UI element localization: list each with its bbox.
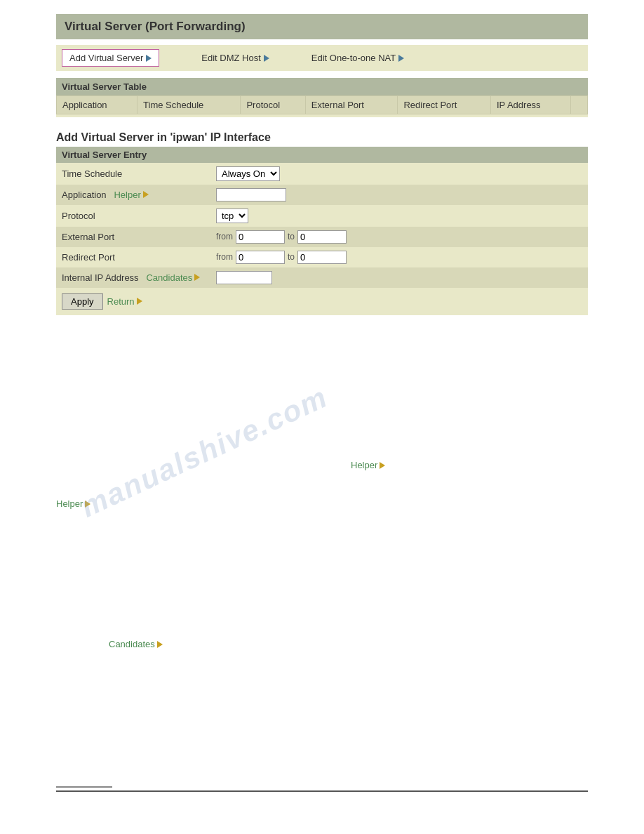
application-label-cell: Application Helper [56,185,210,205]
application-input-cell [210,185,588,205]
internal-ip-value-cell [210,267,588,288]
row-internal-ip: Internal IP Address Candidates [56,267,588,288]
add-virtual-server-label: Add Virtual Server [69,53,143,63]
time-schedule-label: Time Schedule [56,163,210,185]
col-application: Application [57,96,137,114]
protocol-value-cell: tcp [210,205,588,227]
row-redirect-port: Redirect Port from to [56,247,588,267]
bottom-lines [56,786,588,792]
external-port-from-input[interactable] [236,230,285,244]
return-arrow-icon [137,298,142,305]
redirect-port-value-cell: from to [210,247,588,267]
external-from-label: from [216,232,233,241]
row-external-port: External Port from to [56,227,588,247]
internal-ip-input[interactable] [216,271,272,284]
candidates-link[interactable]: Candidates [146,272,200,283]
floating-helper-arrow-2 [85,501,90,508]
nav-buttons-row: Add Virtual Server Edit DMZ Host Edit On… [56,45,588,71]
virtual-server-table: Application Time Schedule Protocol Exter… [56,95,588,117]
floating-helper-arrow-1 [380,462,385,469]
external-port-value-cell: from to [210,227,588,247]
edit-dmz-host-button[interactable]: Edit DMZ Host [201,50,269,66]
floating-candidates: Candidates [109,639,163,649]
add-virtual-server-button[interactable]: Add Virtual Server [62,49,159,67]
page-title: Virtual Server (Port Forwarding) [65,20,579,34]
row-protocol: Protocol tcp [56,205,588,227]
col-external-port: External Port [305,96,398,114]
entry-subheader: Virtual Server Entry [56,147,588,163]
col-ip-address: IP Address [490,96,570,114]
watermark-text: manualshive.com [76,380,333,524]
redirect-port-to-input[interactable] [297,251,347,264]
protocol-select[interactable]: tcp [216,208,248,223]
edit-nat-label: Edit One-to-one NAT [311,53,396,63]
external-port-to-input[interactable] [297,230,347,244]
redirect-port-group: from to [216,251,347,264]
action-row: Apply Return [56,288,588,315]
application-helper-link[interactable]: Helper [114,190,148,200]
external-port-group: from to [216,230,347,244]
redirect-port-label: Redirect Port [56,247,210,267]
protocol-label: Protocol [56,205,210,227]
time-schedule-select[interactable]: Always On [216,166,280,181]
entry-form-table: Time Schedule Always On Application Help… [56,163,588,288]
time-schedule-value-cell: Always On [210,163,588,185]
col-time-schedule: Time Schedule [137,96,241,114]
external-to-label: to [288,232,295,241]
external-port-label: External Port [56,227,210,247]
floating-helper-link-1[interactable]: Helper [351,460,385,470]
floating-helper-link-2[interactable]: Helper [56,498,90,509]
vs-table-header: Virtual Server Table [56,78,588,95]
edit-one-to-one-button[interactable]: Edit One-to-one NAT [311,50,404,66]
apply-button[interactable]: Apply [62,293,103,310]
row-application: Application Helper [56,185,588,205]
floating-helper-1: Helper [351,460,385,470]
floating-candidates-arrow [157,641,163,648]
col-empty [570,96,587,114]
arrow-right-icon-dmz [264,55,269,62]
col-redirect-port: Redirect Port [398,96,491,114]
return-link[interactable]: Return [107,296,142,307]
candidates-arrow-icon [194,274,200,281]
internal-ip-label-cell: Internal IP Address Candidates [56,267,210,288]
col-protocol: Protocol [241,96,305,114]
full-line [56,790,588,792]
page-title-bar: Virtual Server (Port Forwarding) [56,14,588,39]
floating-candidates-link[interactable]: Candidates [109,639,163,649]
arrow-right-icon [146,55,152,62]
helper-arrow-icon [143,191,149,198]
row-time-schedule: Time Schedule Always On [56,163,588,185]
edit-dmz-label: Edit DMZ Host [201,53,261,63]
floating-helper-2: Helper [56,498,90,509]
application-input[interactable] [216,188,286,201]
redirect-from-label: from [216,252,233,262]
redirect-port-from-input[interactable] [236,251,285,264]
short-line [56,786,112,788]
redirect-to-label: to [288,252,295,262]
arrow-right-icon-nat [398,55,404,62]
add-vs-title: Add Virtual Server in 'ipwan' IP Interfa… [56,126,588,147]
